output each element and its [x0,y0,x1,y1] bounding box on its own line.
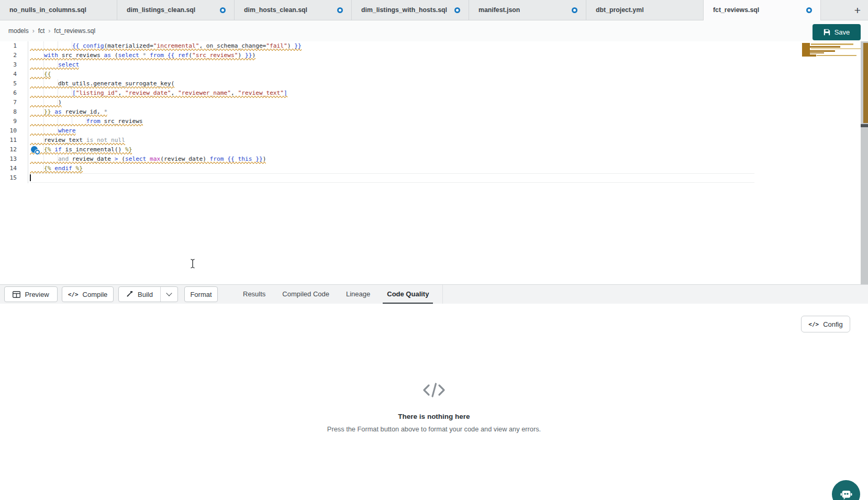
code-line-12[interactable]: 12{% if is_incremental() %} [0,145,861,154]
code-token: select [118,52,139,59]
editor-tab-no-nulls-in-columns-sql[interactable]: no_nulls_in_columns.sql [0,0,117,20]
code-token: and [58,155,69,162]
save-button[interactable]: Save [813,24,861,40]
indent-guides [30,117,86,126]
code-token: }} [44,108,51,115]
tab-label: dim_listings_with_hosts.sql [361,6,447,14]
panel-tab-code-quality[interactable]: Code Quality [379,285,437,304]
indent-guides [30,126,58,135]
minimap-bar [806,50,835,52]
tab-label: dbt_project.yml [596,6,644,14]
line-number: 6 [0,88,17,98]
code-token: "reviewer_name" [178,90,231,96]
editor-tab-dim-listings-clean-sql[interactable]: dim_listings_clean.sql [117,0,235,20]
save-icon [824,29,830,36]
quick-fix-marker-icon[interactable] [31,146,38,153]
minimap-bar [805,54,816,57]
line-content: {{ config(materialized="incremental", on… [30,41,302,51]
code-token: [ [72,90,76,96]
chevron-down-icon [166,290,172,296]
code-line-11[interactable]: 11review_text is not null [0,136,861,145]
tab-strip: no_nulls_in_columns.sqldim_listings_clea… [0,0,821,20]
code-line-1[interactable]: 1{{ config(materialized="incremental", o… [0,41,861,51]
indent-guides [30,107,44,116]
indent-guides [30,136,44,145]
code-token: this [238,155,252,162]
code-token: ) [252,52,255,59]
breadcrumb-item-fct[interactable]: fct [38,27,45,35]
build-hammer-icon [126,291,133,298]
code-token: with [44,52,58,59]
code-area[interactable]: 1{{ config(materialized="incremental", o… [0,41,861,183]
code-token: as [51,108,61,115]
code-line-6[interactable]: 6["listing_id", "review_date", "reviewer… [0,88,861,98]
breadcrumb-item-fct-reviews-sql[interactable]: fct_reviews.sql [54,27,95,35]
line-number: 15 [0,173,17,183]
code-line-4[interactable]: 4{{ [0,70,861,79]
new-tab-button[interactable]: + [854,5,861,16]
line-number: 2 [0,51,17,60]
minimap-bar [811,43,853,45]
code-line-2[interactable]: 2with src_reviews as (select * from {{ r… [0,51,861,60]
code-line-7[interactable]: 7) [0,98,861,107]
code-quality-panel: </> Config There is nothing here Press t… [0,304,868,500]
editor-scrollbar[interactable] [861,41,868,284]
indent-guides [30,41,72,50]
tab-label: manifest.json [478,6,520,14]
editor-tab-fct-reviews-sql[interactable]: fct_reviews.sql [704,0,821,20]
code-slash-icon [422,382,446,400]
unsaved-changes-dot [572,7,577,13]
code-line-10[interactable]: 10where [0,126,861,136]
code-token: "src_reviews" [192,52,238,59]
code-token: max [150,155,160,162]
editor-tab-dim-listings-with-hosts-sql[interactable]: dim_listings_with_hosts.sql [352,0,469,20]
code-token: ( [111,52,118,59]
code-line-3[interactable]: 3select [0,60,861,70]
code-token: }} [294,42,301,49]
editor-tab-dim-hosts-clean-sql[interactable]: dim_hosts_clean.sql [235,0,352,20]
code-token: where [58,127,76,134]
line-number: 7 [0,98,17,107]
panel-tab-results[interactable]: Results [235,285,274,304]
panel-tab-compiled-code[interactable]: Compiled Code [274,285,338,304]
panel-tab-lineage[interactable]: Lineage [338,285,379,304]
line-number: 3 [0,60,17,70]
editor-tab-manifest-json[interactable]: manifest.json [469,0,586,20]
unsaved-changes-dot [337,7,343,13]
code-token: {{ [164,52,178,59]
config-label: Config [823,320,843,328]
line-content: and review_date > (select max(review_dat… [30,154,266,164]
line-content: }} as review_id, * [30,107,107,117]
build-label: Build [138,291,153,298]
code-token: {{ [44,71,51,77]
line-content: from src_reviews [30,117,143,126]
build-options-dropdown[interactable] [161,287,177,302]
format-button[interactable]: Format [184,286,218,302]
minimap-bar [811,48,861,49]
config-button[interactable]: </> Config [801,316,850,332]
editor-tab-dbt-project-yml[interactable]: dbt_project.yml [586,0,704,20]
indent-guides [30,88,72,97]
minimap[interactable] [800,41,861,104]
code-line-9[interactable]: 9from src_reviews [0,117,861,126]
code-line-5[interactable]: 5dbt_utils.generate_surrogate_key( [0,79,861,88]
compile-button[interactable]: </> Compile [62,286,114,302]
build-button[interactable]: Build [119,287,160,302]
indent-guides [30,98,58,107]
code-line-14[interactable]: 14{% endif %} [0,164,861,173]
breadcrumb-item-models[interactable]: models [8,27,29,35]
code-line-13[interactable]: 13and review_date > (select max(review_d… [0,154,861,164]
code-line-15[interactable]: 15 [0,173,861,183]
line-content [30,173,31,183]
code-token: config [83,42,104,49]
code-token: , on_schema_change= [199,42,266,49]
code-token: as [104,52,110,59]
preview-button[interactable]: Preview [4,286,58,302]
code-editor[interactable]: 1{{ config(materialized="incremental", o… [0,41,868,284]
code-token: }} [252,155,262,162]
line-content: ) [30,98,62,107]
scrollbar-warning-marks [863,43,868,123]
code-token: src_reviews [58,52,104,59]
code-token: review_text [44,137,83,143]
code-line-8[interactable]: 8}} as review_id, * [0,107,861,117]
